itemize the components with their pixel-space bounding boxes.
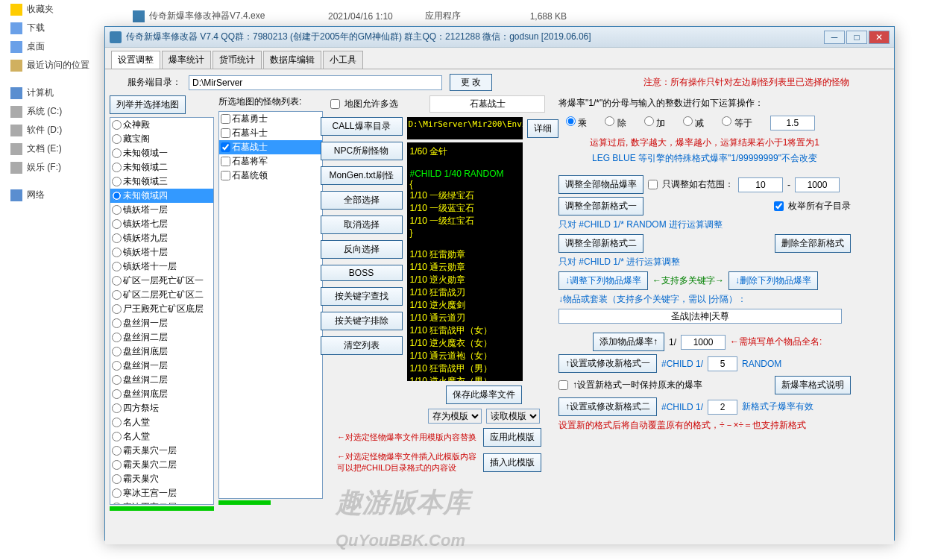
map-item[interactable]: 藏宝阁 xyxy=(110,132,213,146)
save-template-select[interactable]: 存为模版 xyxy=(428,409,482,424)
range-low-input[interactable] xyxy=(738,177,783,192)
close-button[interactable]: ✕ xyxy=(869,31,890,44)
map-item[interactable]: 霸天巢穴二层 xyxy=(110,458,213,472)
tab-currency[interactable]: 货币统计 xyxy=(213,51,262,69)
tab-db-edit[interactable]: 数据库编辑 xyxy=(263,51,321,69)
map-item[interactable]: 盘丝洞底层 xyxy=(110,345,213,359)
map-item[interactable]: 盘丝洞一层 xyxy=(110,359,213,373)
keyword-input[interactable] xyxy=(558,309,842,324)
center-action-button[interactable]: 按关键字排除 xyxy=(321,312,403,330)
map-item[interactable]: 尸王殿死亡矿区底层 xyxy=(110,302,213,316)
map-item[interactable]: 镇妖塔十层 xyxy=(110,245,213,259)
center-action-button[interactable]: 按关键字查找 xyxy=(321,287,403,306)
center-action-button[interactable]: CALL爆率目录 xyxy=(321,117,403,136)
op-radio-加[interactable]: 加 xyxy=(644,116,665,130)
map-item[interactable]: 盘丝洞一层 xyxy=(110,316,213,330)
map-item[interactable]: 未知领域二 xyxy=(110,160,213,174)
maximize-button[interactable]: □ xyxy=(846,31,867,44)
center-action-button[interactable]: 清空列表 xyxy=(321,336,403,355)
op-radio-乘[interactable]: 乘 xyxy=(566,116,587,130)
map-item[interactable]: 镇妖塔九层 xyxy=(110,231,213,245)
fmt-help-button[interactable]: 新爆率格式说明 xyxy=(775,376,851,394)
map-item[interactable]: 众神殿 xyxy=(110,118,213,132)
map-item[interactable]: 镇妖塔十一层 xyxy=(110,259,213,274)
apply-template-button[interactable]: 应用此模版 xyxy=(483,428,541,447)
center-action-button[interactable]: NPC所刷怪物 xyxy=(321,142,403,160)
nav-drive-e[interactable]: 文档 (E:) xyxy=(6,139,110,158)
nav-fav[interactable]: 收藏夹 xyxy=(6,0,110,19)
detail-button[interactable]: 详细 xyxy=(527,119,558,138)
op-radio-除[interactable]: 除 xyxy=(605,116,626,130)
change-dir-button[interactable]: 更 改 xyxy=(450,74,492,91)
monster-item[interactable]: 石墓斗士 xyxy=(219,126,322,140)
monster-list[interactable]: 石墓勇士石墓斗士石墓战士石墓将军石墓统领 xyxy=(218,111,323,499)
center-action-button[interactable]: BOSS xyxy=(321,265,403,281)
op-radio-等于[interactable]: 等于 xyxy=(722,116,752,130)
insert-template-button[interactable]: 插入此模版 xyxy=(483,453,541,472)
nav-computer[interactable]: 计算机 xyxy=(6,84,110,102)
add-rate-input[interactable] xyxy=(681,335,726,350)
set-fmt2-button[interactable]: ↑设置或修改新格式二 xyxy=(558,397,657,416)
drop-content[interactable]: 1/60 金针 #CHILD 1/40 RANDOM{1/10 一级绿宝石1/1… xyxy=(407,142,523,381)
map-item[interactable]: 霸天巢穴一层 xyxy=(110,444,213,458)
map-item[interactable]: 霸天巢穴 xyxy=(110,472,213,486)
op-radio-减[interactable]: 减 xyxy=(683,116,704,130)
adjust-all-rate-button[interactable]: 调整全部物品爆率 xyxy=(558,175,643,194)
delete-below-button[interactable]: ↓删除下列物品爆率 xyxy=(728,271,818,290)
map-item[interactable]: 寒冰王宫一层 xyxy=(110,486,213,500)
map-item[interactable]: 寒冰王宫二层 xyxy=(110,500,213,505)
title-bar[interactable]: 传奇新爆率修改器 V7.4 QQ群：7980213 (创建于2005年的GM神仙… xyxy=(105,27,894,48)
nav-recent[interactable]: 最近访问的位置 xyxy=(6,56,110,75)
center-action-button[interactable]: 全部选择 xyxy=(321,191,403,210)
tab-rate-stats[interactable]: 爆率统计 xyxy=(162,51,211,69)
nav-desktop[interactable]: 桌面 xyxy=(6,37,110,56)
nav-drive-f[interactable]: 娱乐 (F:) xyxy=(6,158,110,177)
map-item[interactable]: 未知领域一 xyxy=(110,146,213,160)
set-fmt1-button[interactable]: ↑设置或修改新格式一 xyxy=(558,354,657,373)
map-item[interactable]: 盘丝洞底层 xyxy=(110,387,213,401)
nav-drive-d[interactable]: 软件 (D:) xyxy=(6,121,110,139)
map-item[interactable]: 未知领域四 xyxy=(110,189,213,203)
op-value-input[interactable] xyxy=(770,116,815,130)
monster-item[interactable]: 石墓战士 xyxy=(219,140,322,154)
map-item[interactable]: 盘丝洞二层 xyxy=(110,330,213,345)
center-action-button[interactable]: 取消选择 xyxy=(321,215,403,234)
load-template-select[interactable]: 读取模版 xyxy=(486,409,540,424)
enum-subdirs-checkbox[interactable] xyxy=(774,201,784,211)
nav-downloads[interactable]: 下载 xyxy=(6,19,110,37)
map-item[interactable]: 镇妖塔一层 xyxy=(110,203,213,217)
map-list[interactable]: 众神殿藏宝阁未知领域一未知领域二未知领域三未知领域四镇妖塔一层镇妖塔七层镇妖塔九… xyxy=(110,117,214,505)
server-dir-input[interactable] xyxy=(189,75,442,90)
monster-item[interactable]: 石墓统领 xyxy=(219,169,322,183)
minimize-button[interactable]: ─ xyxy=(824,31,845,44)
map-item[interactable]: 矿区一层死亡矿区一 xyxy=(110,274,213,288)
map-item[interactable]: 未知领域三 xyxy=(110,174,213,189)
tab-tools[interactable]: 小工具 xyxy=(323,51,363,69)
map-item[interactable]: 盘丝洞二层 xyxy=(110,373,213,387)
nav-network[interactable]: 网络 xyxy=(6,186,110,204)
monster-item[interactable]: 石墓勇士 xyxy=(219,112,322,126)
nav-drive-c[interactable]: 系统 (C:) xyxy=(6,102,110,121)
map-item[interactable]: 镇妖塔七层 xyxy=(110,217,213,231)
list-maps-button[interactable]: 列举并选择地图 xyxy=(110,95,186,114)
child2-input[interactable] xyxy=(708,400,737,415)
map-item[interactable]: 名人堂 xyxy=(110,430,213,444)
multi-select-checkbox[interactable] xyxy=(330,99,340,109)
delete-all-fmt-button[interactable]: 删除全部新格式 xyxy=(775,234,851,253)
add-item-rate-button[interactable]: 添加物品爆率↑ xyxy=(593,333,664,351)
range-high-input[interactable] xyxy=(795,177,840,192)
tab-settings[interactable]: 设置调整 xyxy=(111,51,160,69)
map-item[interactable]: 矿区二层死亡矿区二 xyxy=(110,288,213,302)
file-row[interactable]: 传奇新爆率修改神器V7.4.exe 2021/04/16 1:10 应用程序 1… xyxy=(133,10,567,22)
child1-input[interactable] xyxy=(708,356,737,371)
map-item[interactable]: 四方祭坛 xyxy=(110,401,213,415)
map-item[interactable]: 名人堂 xyxy=(110,415,213,430)
range-only-checkbox[interactable] xyxy=(648,180,658,189)
center-action-button[interactable]: MonGen.txt刷怪 xyxy=(321,166,403,185)
adjust-fmt2-button[interactable]: 调整全部新格式二 xyxy=(558,234,643,253)
adjust-below-button[interactable]: ↓调整下列物品爆率 xyxy=(558,271,648,290)
monster-item[interactable]: 石墓将军 xyxy=(219,154,322,169)
save-drop-file-button[interactable]: 保存此爆率文件 xyxy=(446,386,522,404)
center-action-button[interactable]: 反向选择 xyxy=(321,240,403,259)
adjust-fmt1-button[interactable]: 调整全部新格式一 xyxy=(558,197,643,215)
